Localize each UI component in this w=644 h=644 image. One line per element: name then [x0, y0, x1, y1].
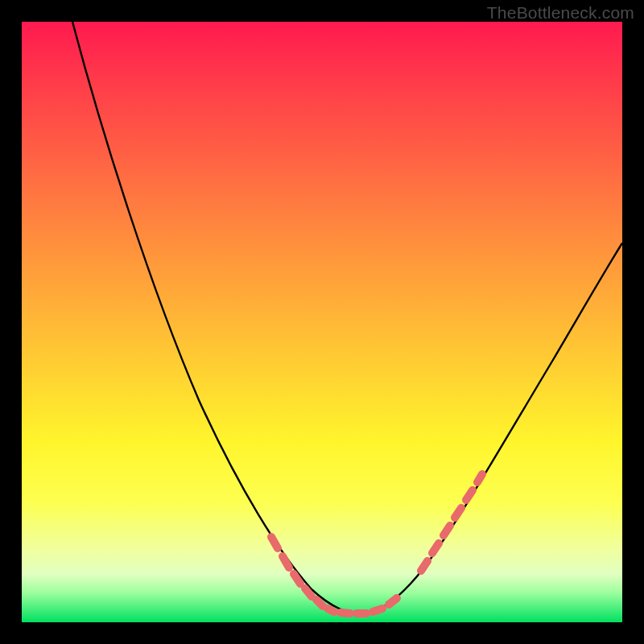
svg-line-3: [305, 588, 312, 597]
right-dashed-segment: [421, 474, 482, 571]
svg-line-2: [294, 574, 300, 584]
chart-plot-area: [22, 22, 622, 622]
chart-svg: [22, 22, 622, 622]
svg-line-8: [373, 609, 382, 612]
svg-line-9: [389, 598, 397, 605]
svg-line-5: [328, 609, 334, 612]
svg-line-1: [283, 556, 289, 568]
svg-line-0: [271, 537, 278, 548]
svg-line-13: [455, 508, 461, 518]
svg-line-12: [444, 526, 450, 535]
watermark-text: TheBottleneck.com: [487, 3, 634, 23]
bottleneck-curve: [72, 22, 622, 613]
svg-line-15: [477, 474, 482, 482]
svg-line-11: [432, 543, 439, 553]
svg-line-4: [316, 600, 323, 606]
bottom-dashed-segment: [341, 598, 397, 613]
svg-line-10: [421, 561, 427, 571]
svg-line-14: [466, 490, 473, 500]
chart-frame: TheBottleneck.com: [0, 0, 644, 644]
svg-line-6: [341, 613, 350, 613]
